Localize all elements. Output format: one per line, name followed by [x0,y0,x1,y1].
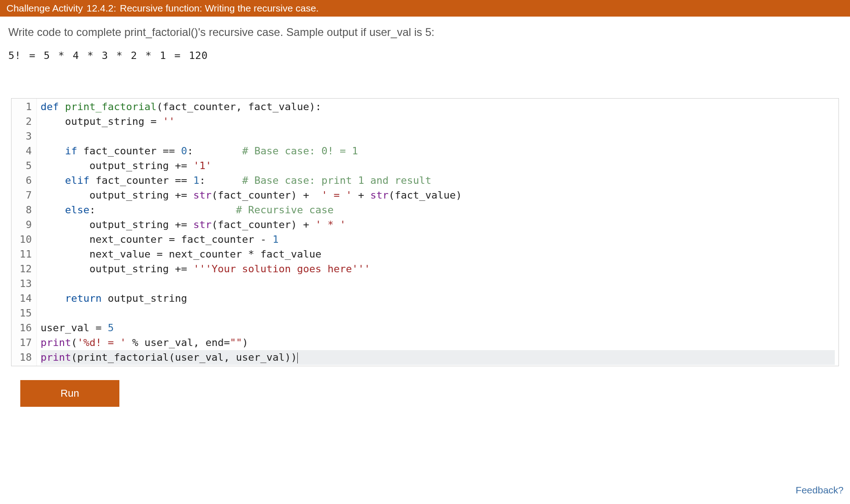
code-line[interactable]: output_string += str(fact_counter) + ' =… [41,188,835,203]
code-token: (fact_counter, fact_value): [157,101,322,112]
code-line[interactable] [41,306,835,321]
code-token [352,189,358,201]
line-number: 17 [19,335,32,350]
code-line[interactable]: output_string += '1' [41,158,835,173]
code-token: == [175,175,187,186]
line-number: 2 [19,114,32,129]
code-line[interactable]: def print_factorial(fact_counter, fact_v… [41,100,835,114]
content-area: Write code to complete print_factorial()… [0,17,850,416]
code-line[interactable]: else: # Recursive case [41,203,835,217]
code-line[interactable]: output_string += str(fact_counter) + ' *… [41,217,835,232]
code-token [187,175,193,186]
line-number: 12 [19,262,32,276]
code-token: # Base case: print 1 and result [242,175,431,186]
code-token: (fact_value) [389,189,462,201]
code-token: str [193,189,212,201]
code-token: '''Your solution goes here''' [193,263,370,275]
code-token: '%d! = ' [77,337,126,348]
line-number: 14 [19,291,32,306]
code-line[interactable]: print(print_factorial(user_val, user_val… [41,350,835,365]
line-number: 18 [19,350,32,365]
code-token: print [41,337,71,348]
code-token: print [41,352,71,363]
code-token: output_string [41,263,175,275]
code-line[interactable]: next_counter = fact_counter - 1 [41,232,835,247]
code-token [187,219,193,230]
line-number: 6 [19,173,32,188]
code-token: print_factorial [65,101,157,112]
line-number: 4 [19,144,32,158]
line-number: 16 [19,321,32,335]
line-number: 9 [19,217,32,232]
code-area[interactable]: def print_factorial(fact_counter, fact_v… [37,99,838,366]
code-token: next_value [41,248,157,260]
code-token: user_val [41,322,95,334]
code-token [41,145,65,157]
code-token: (print_factorial(user_val, user_val)) [71,352,297,363]
code-token [309,189,322,201]
code-token: += [175,160,187,171]
header-title: Recursive function: Writing the recursiv… [120,3,319,14]
code-token: fact_counter [89,175,175,186]
code-token: : [187,145,193,157]
code-token: + [358,189,364,201]
code-token [187,160,193,171]
code-line[interactable]: next_value = next_counter * fact_value [41,247,835,262]
code-token: elif [65,175,89,186]
code-token: '1' [193,160,212,171]
code-token [157,116,163,127]
code-token: fact_counter [175,234,260,245]
code-token: = [95,322,101,334]
code-token: ' * ' [315,219,346,230]
code-token: output_string [41,160,175,171]
code-token [41,175,65,186]
code-token: += [175,219,187,230]
code-token: * [248,248,254,260]
code-token: ) [242,337,248,348]
code-token: '' [163,116,175,127]
code-line[interactable]: output_string = '' [41,114,835,129]
code-token [187,263,193,275]
line-number: 11 [19,247,32,262]
code-line[interactable]: user_val = 5 [41,321,835,335]
code-token: 1 [272,234,278,245]
code-token: == [163,145,175,157]
code-line[interactable] [41,276,835,291]
line-gutter: 123456789101112131415161718 [12,99,37,366]
line-number: 15 [19,306,32,321]
run-button[interactable]: Run [20,380,119,407]
code-token [175,145,181,157]
code-token [206,175,242,186]
code-token: return [65,293,101,304]
code-line[interactable] [41,129,835,144]
code-token: ( [71,337,77,348]
code-token: else [65,204,89,216]
code-token: # Recursive case [236,204,334,216]
code-token: - [260,234,266,245]
code-token: fact_counter [77,145,162,157]
code-token: output_string [41,219,175,230]
code-line[interactable]: print('%d! = ' % user_val, end="") [41,335,835,350]
code-editor[interactable]: 123456789101112131415161718 def print_fa… [11,98,839,366]
code-token: def [41,101,65,112]
code-line[interactable]: elif fact_counter == 1: # Base case: pri… [41,173,835,188]
code-token: (fact_counter) [212,189,303,201]
code-line[interactable]: if fact_counter == 0: # Base case: 0! = … [41,144,835,158]
line-number: 10 [19,232,32,247]
code-token: = [150,116,156,127]
code-token: # Base case: 0! = 1 [242,145,358,157]
code-token: 0 [181,145,187,157]
code-token: user_val, end [138,337,224,348]
code-token: 5 [108,322,114,334]
code-token: output_string [41,189,175,201]
code-token: output_string [41,116,150,127]
code-line[interactable]: output_string += '''Your solution goes h… [41,262,835,276]
code-token: if [65,145,77,157]
sample-output: 5! = 5 * 4 * 3 * 2 * 1 = 120 [8,50,842,61]
line-number: 7 [19,188,32,203]
code-line[interactable]: return output_string [41,291,835,306]
code-token: fact_value [254,248,322,260]
code-token: = [169,234,175,245]
code-token: += [175,189,187,201]
line-number: 5 [19,158,32,173]
